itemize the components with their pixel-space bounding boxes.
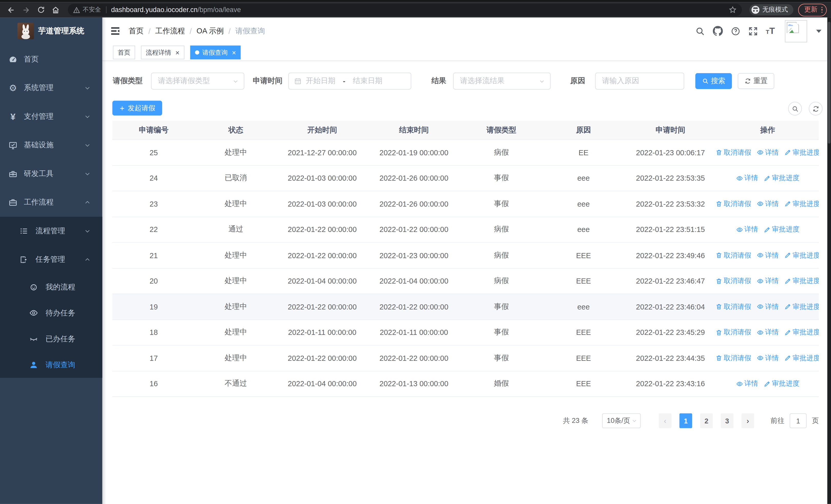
tab-流程详情[interactable]: 流程详情× — [141, 46, 184, 60]
leave-type-select[interactable]: 请选择请假类型 — [151, 72, 244, 90]
approval-progress-link[interactable]: 审批进度 — [764, 174, 799, 183]
cell-申请时间: 2022-01-22 23:51:15 — [624, 225, 717, 234]
tab-首页[interactable]: 首页 — [113, 46, 135, 60]
action-label: 审批进度 — [772, 225, 799, 234]
cancel-leave-link[interactable]: 取消请假 — [717, 302, 751, 312]
approval-progress-link[interactable]: 审批进度 — [784, 199, 819, 209]
page-size-select[interactable]: 10条/页 — [602, 413, 641, 428]
sidebar-collapse-icon[interactable] — [109, 25, 121, 37]
cancel-leave-link[interactable]: 取消请假 — [717, 148, 751, 157]
forward-icon[interactable] — [19, 3, 33, 16]
home-icon[interactable] — [49, 3, 63, 16]
sidebar-item-系统管理[interactable]: ⚙系统管理 — [0, 73, 103, 102]
approval-progress-link[interactable]: 审批进度 — [764, 379, 799, 388]
font-size-icon[interactable]: TT — [766, 26, 775, 35]
security-warning[interactable]: 不安全 — [73, 6, 101, 14]
sidebar-item-研发工具[interactable]: 研发工具 — [0, 159, 103, 188]
bookmark-star-icon[interactable] — [728, 6, 736, 14]
next-page-button[interactable]: › — [741, 413, 754, 428]
row-actions: 取消请假详情审批进度 — [717, 199, 819, 209]
prev-page-button[interactable]: ‹ — [659, 413, 671, 428]
reason-input[interactable]: 请输入原因 — [595, 72, 684, 90]
cell-申请时间: 2022-01-22 23:44:35 — [624, 354, 717, 362]
goto-page-input[interactable]: 1 — [790, 413, 807, 428]
tab-close-icon[interactable]: × — [175, 49, 180, 56]
cancel-leave-link[interactable]: 取消请假 — [717, 276, 751, 286]
reload-icon[interactable] — [34, 3, 48, 16]
sidebar-item-我的流程[interactable]: 我的流程 — [0, 274, 103, 300]
approval-progress-link[interactable]: 审批进度 — [764, 225, 799, 234]
cancel-leave-link[interactable]: 取消请假 — [717, 353, 751, 363]
detail-link[interactable]: 详情 — [736, 225, 758, 234]
url-text[interactable]: dashboard.yudao.iocoder.cn/bpm/oa/leave — [111, 6, 241, 14]
github-icon[interactable] — [713, 26, 723, 36]
breadcrumb-item[interactable]: 首页 — [129, 26, 144, 36]
back-icon[interactable] — [4, 3, 18, 16]
tab-label: 流程详情 — [146, 48, 171, 57]
detail-link[interactable]: 详情 — [756, 276, 779, 286]
show-search-toggle-button[interactable] — [788, 101, 802, 116]
sidebar-item-流程管理[interactable]: 流程管理 — [0, 217, 103, 245]
cell-状态: 已取消 — [195, 174, 277, 183]
detail-link[interactable]: 详情 — [756, 353, 779, 363]
approval-progress-link[interactable]: 审批进度 — [784, 148, 819, 157]
browser-scrollbar[interactable] — [827, 18, 831, 504]
detail-link[interactable]: 详情 — [736, 379, 758, 388]
sidebar-item-label: 首页 — [24, 55, 39, 64]
url-bar[interactable]: 不安全 dashboard.yudao.iocoder.cn/bpm/oa/le… — [68, 4, 742, 16]
apply-time-range-picker[interactable]: 开始日期 - 结束日期 — [288, 72, 411, 90]
sidebar-item-首页[interactable]: 首页 — [0, 45, 103, 74]
sidebar-item-支付管理[interactable]: ¥支付管理 — [0, 102, 103, 131]
cell-操作: 取消请假详情审批进度 — [717, 328, 819, 337]
tab-请假查询[interactable]: 请假查询× — [190, 46, 241, 60]
search-button[interactable]: 搜索 — [695, 73, 732, 89]
approval-progress-link[interactable]: 审批进度 — [784, 276, 819, 286]
user-avatar[interactable] — [785, 20, 807, 42]
page-button-2[interactable]: 2 — [700, 413, 713, 428]
browser-menu-icon[interactable] — [821, 7, 823, 13]
detail-link[interactable]: 详情 — [756, 328, 779, 337]
pen-icon — [764, 175, 770, 182]
detail-link[interactable]: 详情 — [756, 199, 779, 209]
fullscreen-icon[interactable] — [748, 26, 758, 36]
sidebar-item-待办任务[interactable]: 待办任务 — [0, 300, 103, 326]
approval-progress-link[interactable]: 审批进度 — [784, 302, 819, 312]
detail-link[interactable]: 详情 — [756, 302, 779, 312]
cell-结束时间: 2022-01-26 00:00:00 — [368, 200, 460, 208]
detail-link[interactable]: 详情 — [756, 148, 779, 157]
breadcrumb-item[interactable]: 工作流程 — [155, 26, 185, 36]
column-header-状态: 状态 — [195, 125, 277, 135]
cancel-leave-link[interactable]: 取消请假 — [717, 328, 751, 337]
result-select[interactable]: 请选择流结果 — [453, 72, 551, 90]
cell-开始时间: 2022-01-03 00:00:00 — [277, 174, 368, 182]
detail-link[interactable]: 详情 — [756, 250, 779, 260]
tab-close-icon[interactable]: × — [232, 49, 236, 56]
sidebar-item-请假查询[interactable]: 请假查询 — [0, 352, 103, 378]
trash-icon — [717, 329, 722, 336]
sidebar-item-基础设施[interactable]: 基础设施 — [0, 131, 103, 159]
help-icon[interactable] — [730, 26, 740, 36]
cell-操作: 详情审批进度 — [717, 379, 819, 388]
avatar-dropdown-caret-icon[interactable] — [816, 30, 822, 33]
cancel-leave-link[interactable]: 取消请假 — [717, 250, 751, 260]
refresh-table-button[interactable] — [809, 101, 823, 116]
scrollbar-thumb[interactable] — [828, 22, 830, 144]
sidebar-item-任务管理[interactable]: 任务管理 — [0, 245, 103, 274]
reset-button[interactable]: 重置 — [738, 73, 774, 89]
approval-progress-link[interactable]: 审批进度 — [784, 250, 819, 260]
approval-progress-link[interactable]: 审批进度 — [784, 353, 819, 363]
detail-link[interactable]: 详情 — [736, 174, 758, 183]
approval-progress-link[interactable]: 审批进度 — [784, 328, 819, 337]
create-leave-button[interactable]: 发起请假 — [112, 100, 162, 116]
header-search-icon[interactable] — [695, 26, 705, 36]
browser-update-button[interactable]: 更新 — [798, 3, 827, 16]
breadcrumb-item[interactable]: OA 示例 — [197, 26, 224, 36]
cancel-leave-link[interactable]: 取消请假 — [717, 199, 751, 209]
sidebar-item-工作流程[interactable]: 工作流程 — [0, 188, 103, 217]
action-label: 详情 — [765, 276, 779, 286]
sidebar-item-已办任务[interactable]: 已办任务 — [0, 326, 103, 352]
action-label: 详情 — [765, 353, 779, 363]
page-button-1[interactable]: 1 — [679, 413, 692, 428]
page-button-3[interactable]: 3 — [721, 413, 734, 428]
cell-请假类型: 病假 — [460, 148, 543, 157]
